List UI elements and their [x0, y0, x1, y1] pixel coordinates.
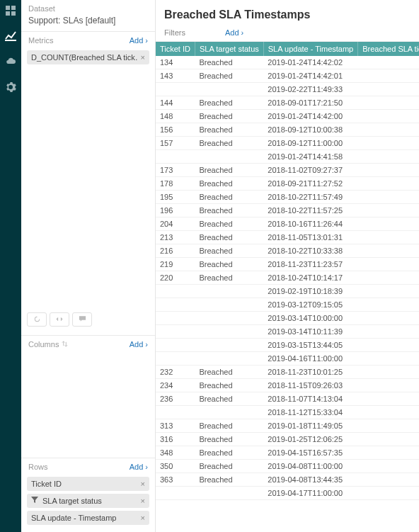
filter-bar: Filters Add: [156, 26, 419, 42]
column-header[interactable]: Ticket ID: [156, 42, 195, 56]
table-row[interactable]: 157Breached2018-09-12T11:00:001: [156, 137, 419, 150]
close-icon[interactable]: ×: [141, 53, 145, 62]
results-table: Ticket IDSLA target statusSLA update - T…: [156, 42, 419, 500]
table-row[interactable]: 2019-02-19T10:18:391: [156, 285, 419, 298]
table-cell: 313: [156, 419, 195, 433]
table-cell: Breached: [195, 123, 264, 137]
table-row[interactable]: 144Breached2018-09-01T17:21:501: [156, 96, 419, 110]
table-row[interactable]: 313Breached2019-01-18T11:49:051: [156, 419, 419, 433]
table-cell: 1: [358, 137, 419, 150]
column-header[interactable]: SLA target status: [195, 42, 264, 56]
table-row[interactable]: 216Breached2018-10-22T10:33:381: [156, 244, 419, 258]
table-cell: 2018-10-22T10:33:38: [263, 244, 357, 258]
table-cell: 1: [358, 446, 419, 460]
row-pill[interactable]: SLA update - Timestamp×: [27, 511, 149, 525]
table-cell: Breached: [195, 446, 264, 460]
table-cell: 236: [156, 392, 195, 406]
rows-add-link[interactable]: Add: [130, 463, 148, 471]
table-row[interactable]: 2019-01-24T14:41:581: [156, 150, 419, 164]
table-row[interactable]: 350Breached2019-04-08T11:00:001: [156, 460, 419, 473]
table-cell: 2018-10-24T10:14:17: [263, 271, 357, 285]
table-cell: Breached: [195, 244, 264, 258]
table-cell: 1: [358, 244, 419, 258]
columns-add-link[interactable]: Add: [130, 340, 148, 349]
column-header[interactable]: SLA update - Timestamp: [263, 42, 357, 56]
table-cell: [156, 298, 195, 312]
close-icon[interactable]: ×: [141, 497, 145, 505]
table-row[interactable]: 213Breached2018-11-05T13:01:311: [156, 231, 419, 244]
metric-pill[interactable]: D_COUNT(Breached SLA tick… ×: [27, 50, 149, 64]
table-row[interactable]: 363Breached2019-04-08T13:44:351: [156, 473, 419, 487]
table-row[interactable]: 178Breached2018-09-21T11:27:521: [156, 177, 419, 191]
table-row[interactable]: 148Breached2019-01-24T14:42:001: [156, 110, 419, 123]
table-row[interactable]: 348Breached2019-04-15T16:57:351: [156, 446, 419, 460]
table-row[interactable]: 2019-03-12T09:15:051: [156, 298, 419, 312]
table-cell: 2018-10-22T11:57:49: [263, 191, 357, 204]
table-cell: 178: [156, 177, 195, 191]
table-row[interactable]: 2018-11-12T15:33:041: [156, 406, 419, 419]
table-row[interactable]: 316Breached2019-01-25T12:06:251: [156, 433, 419, 446]
table-cell: [156, 352, 195, 366]
table-cell: 1: [358, 150, 419, 164]
main-panel: Breached SLA Timestamps Filters Add Tick…: [156, 0, 419, 532]
table-row[interactable]: 195Breached2018-10-22T11:57:491: [156, 191, 419, 204]
sort-icon: [62, 341, 68, 347]
table-row[interactable]: 236Breached2018-11-07T14:13:041: [156, 392, 419, 406]
table-row[interactable]: 2019-04-17T11:00:001: [156, 487, 419, 500]
page-title: Breached SLA Timestamps: [164, 9, 411, 21]
table-row[interactable]: 2019-03-14T10:00:001: [156, 312, 419, 325]
dataset-value[interactable]: Support: SLAs [default]: [21, 16, 155, 31]
metrics-add-link[interactable]: Add: [130, 36, 148, 45]
table-cell: Breached: [195, 379, 264, 392]
comment-button[interactable]: [72, 312, 92, 327]
table-row[interactable]: 2019-02-22T11:49:331: [156, 83, 419, 96]
table-cell: 2019-04-16T11:00:00: [263, 352, 357, 366]
table-cell: 2018-11-23T11:23:57: [263, 258, 357, 271]
row-pill[interactable]: SLA target status×: [27, 494, 149, 508]
filters-label: Filters: [164, 28, 185, 37]
close-icon[interactable]: ×: [141, 514, 145, 522]
table-row[interactable]: 196Breached2018-10-22T11:57:251: [156, 204, 419, 217]
table-row[interactable]: 204Breached2018-10-16T11:26:441: [156, 217, 419, 231]
column-header[interactable]: Breached SLA tickets: [358, 42, 419, 56]
table-row[interactable]: 2019-03-14T10:11:391: [156, 325, 419, 339]
table-cell: 1: [358, 96, 419, 110]
close-icon[interactable]: ×: [141, 480, 145, 488]
columns-header: Columns Add: [21, 335, 155, 351]
results-table-wrap[interactable]: Ticket IDSLA target statusSLA update - T…: [156, 42, 419, 532]
table-row[interactable]: 134Breached2019-01-24T14:42:021: [156, 56, 419, 69]
table-cell: 2019-03-12T09:15:05: [263, 298, 357, 312]
table-cell: [156, 487, 195, 500]
table-cell: 219: [156, 258, 195, 271]
table-row[interactable]: 143Breached2019-01-24T14:42:011: [156, 69, 419, 83]
table-cell: 216: [156, 244, 195, 258]
refresh-button[interactable]: [27, 312, 47, 327]
table-row[interactable]: 173Breached2018-11-02T09:27:371: [156, 164, 419, 177]
expand-button[interactable]: [50, 312, 69, 327]
table-row[interactable]: 234Breached2018-11-15T09:26:031: [156, 379, 419, 392]
nav-dashboard-icon[interactable]: [4, 4, 17, 17]
table-cell: 2019-02-19T10:18:39: [263, 285, 357, 298]
table-row[interactable]: 2019-03-15T13:44:051: [156, 339, 419, 352]
row-pill[interactable]: Ticket ID×: [27, 477, 149, 491]
table-cell: [156, 339, 195, 352]
table-cell: Breached: [195, 419, 264, 433]
table-cell: 2019-01-24T14:41:58: [263, 150, 357, 164]
table-cell: 2019-01-24T14:42:00: [263, 110, 357, 123]
table-cell: 2018-11-02T09:27:37: [263, 164, 357, 177]
table-row[interactable]: 156Breached2018-09-12T10:00:381: [156, 123, 419, 137]
nav-cloud-icon[interactable]: [4, 55, 17, 68]
table-row[interactable]: 232Breached2018-11-23T10:01:251: [156, 366, 419, 379]
table-cell: [195, 339, 264, 352]
table-cell: Breached: [195, 177, 264, 191]
filters-add-link[interactable]: Add: [225, 28, 243, 37]
table-row[interactable]: 2019-04-16T11:00:001: [156, 352, 419, 366]
table-cell: [195, 325, 264, 339]
table-row[interactable]: 220Breached2018-10-24T10:14:171: [156, 271, 419, 285]
table-row[interactable]: 219Breached2018-11-23T11:23:571: [156, 258, 419, 271]
table-cell: 2018-11-23T10:01:25: [263, 366, 357, 379]
funnel-icon: [31, 497, 38, 505]
nav-gear-icon[interactable]: [4, 81, 17, 94]
table-cell: 134: [156, 56, 195, 69]
nav-chart-icon[interactable]: [4, 30, 17, 43]
